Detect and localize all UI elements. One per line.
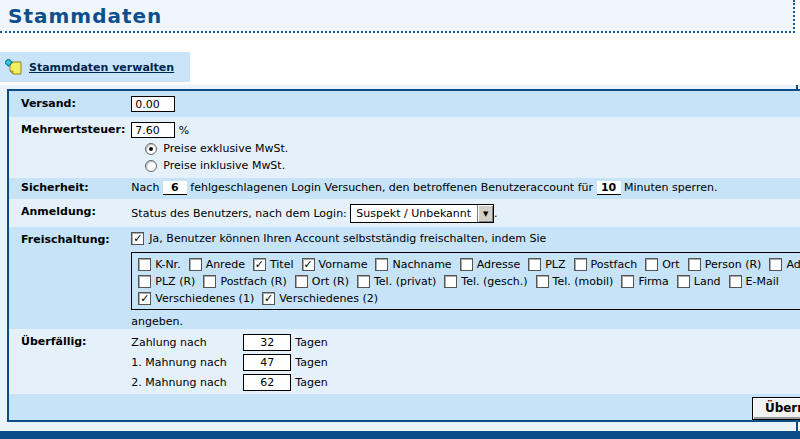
field-checkbox-item[interactable]: Titel	[253, 258, 294, 271]
field-checkbox-label: PLZ (R)	[155, 275, 195, 288]
field-checkbox[interactable]	[203, 275, 216, 288]
freischaltung-enable-checkbox[interactable]	[131, 232, 144, 245]
field-checkbox[interactable]	[138, 292, 151, 305]
page-header: Stammdaten	[0, 0, 795, 33]
field-checkbox-item[interactable]: Nachname	[375, 258, 451, 271]
field-checkbox[interactable]	[444, 275, 457, 288]
mwst-unit: %	[179, 124, 189, 137]
field-checkbox[interactable]	[769, 258, 782, 271]
page-title: Stammdaten	[8, 4, 162, 28]
field-checkbox-item[interactable]: E-Mail	[729, 275, 779, 288]
field-checkbox-label: Postfach (R)	[220, 275, 286, 288]
field-checkbox-item[interactable]: Adresse (R)	[769, 258, 800, 271]
mwst-label: Mehrwertsteuer:	[8, 117, 125, 178]
field-checkbox-item[interactable]: Adresse	[460, 258, 521, 271]
field-checkbox-label: Land	[694, 275, 721, 288]
field-checkbox-item[interactable]: Postfach (R)	[203, 275, 286, 288]
field-checkbox[interactable]	[262, 292, 275, 305]
field-checkbox[interactable]	[677, 275, 690, 288]
field-checkbox[interactable]	[138, 258, 151, 271]
second-reminder-days-input[interactable]	[243, 374, 291, 391]
field-checkbox-label: Verschiedenes (2)	[279, 292, 378, 305]
field-checkbox-item[interactable]: Tel. (mobil)	[536, 275, 614, 288]
field-checkbox-item[interactable]: Verschiedenes (1)	[138, 292, 254, 305]
field-checkbox-label: E-Mail	[746, 275, 779, 288]
status-select[interactable]: Suspekt / Unbekannt ▼	[350, 204, 494, 223]
field-checkbox[interactable]	[295, 275, 308, 288]
second-reminder-label: 2. Mahnung nach	[131, 376, 243, 389]
bottom-bar	[0, 431, 800, 439]
row-anmeldung: Anmeldung: Status des Benutzers, nach de…	[8, 199, 800, 227]
field-checkbox[interactable]	[253, 258, 266, 271]
row-sicherheit: Sicherheit: Nach fehlgeschlagenen Login …	[8, 178, 800, 199]
field-checkbox-label: Person (R)	[705, 258, 762, 271]
manage-link[interactable]: Stammdaten verwalten	[29, 61, 174, 74]
field-checkbox-item[interactable]: Land	[677, 275, 721, 288]
sicherheit-label: Sicherheit:	[8, 178, 125, 199]
field-checkbox[interactable]	[645, 258, 658, 271]
note-icon	[5, 59, 23, 76]
field-checkbox-label: Tel. (gesch.)	[461, 275, 527, 288]
field-checkbox-item[interactable]: Vorname	[302, 258, 368, 271]
chevron-down-icon[interactable]: ▼	[477, 205, 493, 222]
field-checkbox-item[interactable]: K-Nr.	[138, 258, 180, 271]
mwst-input[interactable]	[131, 122, 175, 138]
row-ueberfaellig: Überfällig: Zahlung nach Tagen 1. Mahnun…	[8, 329, 800, 394]
lock-minutes-input[interactable]	[597, 181, 621, 195]
login-attempts-input[interactable]	[163, 181, 187, 195]
field-checkbox[interactable]	[729, 275, 742, 288]
field-checkbox-label: Firma	[638, 275, 668, 288]
field-checkbox-item[interactable]: Tel. (gesch.)	[444, 275, 527, 288]
field-checkbox-item[interactable]: Ort	[645, 258, 680, 271]
field-checkbox-label: Tel. (privat)	[374, 275, 436, 288]
payment-days-unit: Tagen	[295, 336, 327, 349]
field-checkbox[interactable]	[302, 258, 315, 271]
field-checkbox[interactable]	[138, 275, 151, 288]
radio-exklusive-label: Preise exklusive MwSt.	[163, 142, 288, 155]
field-checkbox[interactable]	[460, 258, 473, 271]
field-row-1: K-Nr. Anrede Titel	[138, 258, 800, 271]
radio-preise-exklusive[interactable]	[145, 143, 157, 155]
row-freischaltung: Freischaltung: Ja, Benutzer können Ihren…	[8, 227, 800, 329]
field-checkbox-item[interactable]: Ort (R)	[295, 275, 349, 288]
field-checkbox-item[interactable]: PLZ	[528, 258, 565, 271]
manage-link-box: Stammdaten verwalten	[0, 52, 190, 82]
field-checkbox-label: Vorname	[319, 258, 368, 271]
anmeldung-label: Anmeldung:	[8, 199, 125, 227]
field-checkbox[interactable]	[189, 258, 202, 271]
field-checkbox[interactable]	[574, 258, 587, 271]
field-checkbox-item[interactable]: Person (R)	[688, 258, 762, 271]
payment-days-input[interactable]	[243, 334, 291, 351]
radio-inklusive-label: Preise inklusive MwSt.	[163, 159, 285, 172]
field-checkbox-item[interactable]: Postfach	[574, 258, 638, 271]
field-checkbox-item[interactable]: Anrede	[189, 258, 245, 271]
payment-after-label: Zahlung nach	[131, 336, 243, 349]
field-checkbox-label: Anrede	[206, 258, 245, 271]
field-checkbox-label: Titel	[270, 258, 294, 271]
field-checkbox-label: Tel. (mobil)	[553, 275, 614, 288]
anmeldung-text: Status des Benutzers, nach dem Login:	[131, 207, 346, 220]
field-checkbox-item[interactable]: Tel. (privat)	[357, 275, 436, 288]
field-checkbox[interactable]	[528, 258, 541, 271]
field-checkbox-label: Adresse	[477, 258, 521, 271]
field-checkbox[interactable]	[357, 275, 370, 288]
field-checkbox[interactable]	[688, 258, 701, 271]
field-checkbox-item[interactable]: Firma	[621, 275, 668, 288]
field-checkbox-item[interactable]: Verschiedenes (2)	[262, 292, 378, 305]
first-reminder-days-input[interactable]	[243, 354, 291, 371]
sicherheit-text-after: Minuten sperren.	[624, 181, 717, 194]
field-checkbox-label: Postfach	[591, 258, 638, 271]
field-checkbox[interactable]	[621, 275, 634, 288]
freischaltung-footer: angeben.	[131, 315, 800, 328]
field-checkbox[interactable]	[536, 275, 549, 288]
field-checkbox-label: PLZ	[545, 258, 565, 271]
submit-button[interactable]: Übernehmen	[752, 397, 800, 420]
sicherheit-text-before: Nach	[131, 181, 159, 194]
versand-input[interactable]	[131, 96, 175, 112]
field-checkbox[interactable]	[375, 258, 388, 271]
second-reminder-days-unit: Tagen	[295, 376, 327, 389]
field-checkbox-item[interactable]: PLZ (R)	[138, 275, 195, 288]
radio-preise-inklusive[interactable]	[145, 160, 157, 172]
field-checkbox-label: Nachname	[392, 258, 451, 271]
first-reminder-days-unit: Tagen	[295, 356, 327, 369]
